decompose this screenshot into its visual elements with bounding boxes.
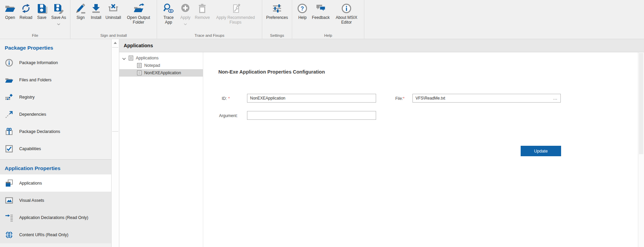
sidebar-scrollbar[interactable] bbox=[111, 39, 119, 247]
globe-icon bbox=[5, 230, 13, 239]
tree-item-nonexeapplication[interactable]: NonEXEApplication bbox=[119, 69, 203, 77]
app-windows-icon bbox=[5, 179, 13, 188]
install-label: Install bbox=[91, 15, 101, 20]
sidebar-item-label: Registry bbox=[19, 95, 35, 100]
browse-button[interactable]: … bbox=[553, 96, 558, 100]
feedback-button[interactable]: Feedback bbox=[310, 2, 331, 20]
image-icon bbox=[5, 196, 13, 205]
application-properties-form: Non-Exe Application Properties Configura… bbox=[203, 52, 638, 247]
sidebar-item-package-information[interactable]: Package Information bbox=[0, 54, 111, 71]
install-arrow-icon bbox=[90, 3, 102, 14]
argument-field-label: Argument: bbox=[219, 113, 238, 118]
file-input[interactable] bbox=[412, 94, 561, 103]
required-asterisk: * bbox=[403, 96, 405, 101]
sidebar-item-visual-assets[interactable]: Visual Assets bbox=[0, 192, 111, 209]
sidebar-item-applications[interactable]: Applications bbox=[0, 174, 111, 192]
feedback-label: Feedback bbox=[312, 15, 330, 20]
tree-item-notepad[interactable]: Notepad bbox=[119, 62, 203, 69]
remove-label: Remove bbox=[195, 15, 210, 20]
ribbon-group-label-sign-and-install: Sign and Install bbox=[73, 33, 154, 39]
arrow-list-icon bbox=[5, 213, 13, 222]
sidebar-item-registry[interactable]: Registry bbox=[0, 88, 111, 106]
open-button[interactable]: Open bbox=[2, 2, 18, 20]
uninstall-label: Uninstall bbox=[105, 15, 121, 20]
sign-button[interactable]: Sign bbox=[73, 2, 88, 20]
applications-tree: Applications Notepad NonEXEApplication bbox=[119, 52, 203, 247]
save-as-button[interactable]: Save As bbox=[50, 2, 68, 23]
registry-squares-icon bbox=[5, 93, 13, 102]
save-as-dropdown-chevron-icon[interactable] bbox=[57, 21, 60, 23]
scrollbar-up-arrow-icon[interactable] bbox=[112, 40, 118, 46]
ribbon-toolbar: Open Reload Save Save As bbox=[0, 0, 644, 39]
ribbon-group-file: Open Reload Save Save As bbox=[0, 0, 70, 39]
sidebar-item-label: Applications bbox=[19, 181, 42, 186]
about-msix-editor-button[interactable]: About MSIX Editor bbox=[331, 2, 362, 25]
reload-button[interactable]: Reload bbox=[18, 2, 34, 20]
open-output-folder-icon bbox=[133, 3, 144, 14]
remove-button[interactable]: Remove bbox=[193, 2, 212, 20]
checkbox-icon bbox=[5, 144, 13, 153]
save-button[interactable]: Save bbox=[34, 2, 50, 20]
install-button[interactable]: Install bbox=[88, 2, 104, 20]
ribbon-group-settings: Preferences Settings bbox=[262, 0, 293, 39]
sidebar-item-dependencies[interactable]: Dependencies bbox=[0, 106, 111, 123]
preferences-sliders-icon bbox=[271, 3, 283, 14]
application-properties-section: Application Properties Applications Visu… bbox=[0, 159, 111, 243]
sidebar-item-capabilities[interactable]: Capabilities bbox=[0, 140, 111, 157]
sidebar-item-package-declarations[interactable]: Package Declarations bbox=[0, 123, 111, 140]
content-scrollbar[interactable] bbox=[638, 52, 644, 247]
uninstall-icon bbox=[108, 3, 119, 14]
update-button[interactable]: Update bbox=[521, 146, 561, 156]
sidebar-item-content-uris[interactable]: Content URIs (Read Only) bbox=[0, 226, 111, 243]
sidebar-item-label: Package Declarations bbox=[19, 129, 60, 134]
remove-trash-icon bbox=[196, 3, 208, 14]
ribbon-group-label-trace-and-fixups: Trace and Fixups bbox=[159, 33, 259, 39]
content-scrollbar-thumb[interactable] bbox=[639, 53, 643, 154]
feedback-icon bbox=[315, 3, 327, 14]
application-properties-heading: Application Properties bbox=[0, 160, 111, 174]
uninstall-button[interactable]: Uninstall bbox=[104, 2, 123, 20]
apply-button[interactable]: Apply bbox=[178, 2, 193, 23]
svg-text:?: ? bbox=[301, 6, 304, 11]
sidebar-item-label: Dependencies bbox=[19, 112, 46, 117]
document-icon bbox=[137, 63, 142, 68]
save-as-icon bbox=[53, 3, 64, 14]
sign-pencil-icon bbox=[75, 3, 86, 14]
sidebar-item-files-and-folders[interactable]: Files and Folders bbox=[0, 71, 111, 88]
ribbon-group-label-help: Help bbox=[295, 33, 362, 39]
sidebar-item-label: Capabilities bbox=[19, 146, 41, 151]
sidebar-item-label: Package Information bbox=[19, 60, 58, 65]
id-field-label: ID:* bbox=[222, 96, 230, 101]
reload-label: Reload bbox=[20, 15, 32, 20]
argument-input[interactable] bbox=[247, 111, 376, 120]
ribbon-group-help: ? Help Feedback About MSIX Editor Help bbox=[292, 0, 364, 39]
package-properties-heading: Package Properties bbox=[0, 39, 111, 54]
save-label: Save bbox=[37, 15, 46, 20]
preferences-button[interactable]: Preferences bbox=[265, 2, 290, 20]
tree-item-label: NonEXEApplication bbox=[144, 71, 181, 75]
file-field-label: File:* bbox=[395, 96, 404, 101]
id-input[interactable] bbox=[247, 94, 376, 103]
sidebar-scrollbar-thumb[interactable] bbox=[112, 47, 118, 132]
ribbon-group-label-settings: Settings bbox=[265, 33, 290, 39]
apply-label: Apply bbox=[180, 15, 190, 20]
apply-recommended-fixups-label: Apply Recommended Fixups bbox=[213, 15, 258, 25]
tree-item-applications-root[interactable]: Applications bbox=[119, 54, 203, 62]
trace-app-button[interactable]: Trace App bbox=[159, 2, 178, 25]
sidebar-item-application-declarations[interactable]: Application Declarations (Read Only) bbox=[0, 209, 111, 226]
tree-expand-chevron-icon[interactable] bbox=[122, 57, 126, 60]
help-button[interactable]: ? Help bbox=[295, 2, 310, 20]
ribbon-group-sign-and-install: Sign Install Uninstall Open Output Folde… bbox=[70, 0, 157, 39]
tree-item-label: Applications bbox=[136, 56, 158, 60]
open-output-folder-button[interactable]: Open Output Folder bbox=[123, 2, 154, 25]
about-info-icon bbox=[341, 3, 352, 14]
open-output-folder-label: Open Output Folder bbox=[124, 15, 153, 25]
trace-app-label: Trace App bbox=[161, 15, 176, 25]
sign-label: Sign bbox=[76, 15, 85, 20]
gift-box-icon bbox=[5, 127, 13, 136]
tree-item-label: Notepad bbox=[144, 63, 160, 68]
sidebar-item-label: Files and Folders bbox=[19, 78, 52, 82]
help-icon: ? bbox=[297, 3, 308, 14]
apply-recommended-fixups-button[interactable]: Apply Recommended Fixups bbox=[212, 2, 259, 25]
save-as-label: Save As bbox=[51, 15, 66, 20]
